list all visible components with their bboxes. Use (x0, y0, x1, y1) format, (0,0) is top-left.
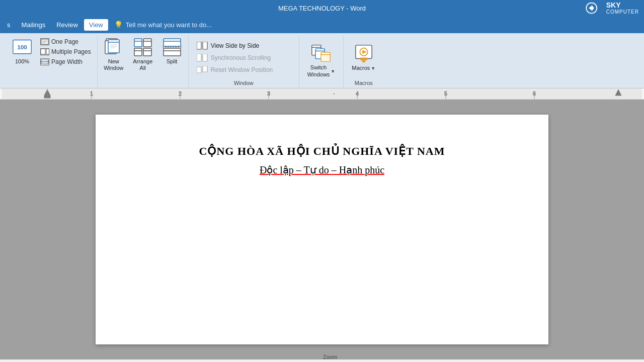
switch-windows-label: SwitchWindows (307, 64, 330, 77)
view-side-by-side-button[interactable]: View Side by Side (194, 40, 294, 51)
svg-rect-32 (203, 42, 207, 49)
synchronous-scrolling-icon (197, 54, 208, 62)
reset-window-position-label: Reset Window Position (211, 66, 273, 73)
svg-rect-24 (143, 48, 151, 56)
arrange-all-button[interactable]: ArrangeAll (129, 35, 157, 73)
multiple-pages-icon (40, 48, 49, 55)
split-label: Split (167, 58, 177, 65)
svg-rect-31 (197, 42, 201, 49)
document-section: NewWindow ArrangeAll (98, 35, 189, 88)
one-page-label: One Page (51, 38, 78, 45)
sky-name: SKY (606, 2, 639, 9)
switch-windows-arrow: ▼ (331, 69, 335, 74)
sky-logo-icon (585, 1, 603, 15)
reset-window-position-icon (197, 66, 208, 74)
svg-rect-8 (46, 49, 49, 54)
svg-rect-28 (164, 48, 181, 56)
arrange-all-icon (133, 38, 152, 57)
svg-rect-48 (362, 60, 365, 62)
document-page[interactable]: CỘNG HÒA XÃ HỘI CHỦ NGHĨA VIỆT NAM Độc l… (96, 115, 548, 344)
tell-me-bar[interactable]: 💡 Tell me what you want to do... (114, 21, 212, 29)
menu-item-review[interactable]: Review (51, 19, 83, 31)
menu-item-mailings[interactable]: Mailings (17, 19, 51, 31)
title-bar: MEGA TECHNOLOGY - Word SKY COMPUTER (0, 0, 644, 16)
reset-window-position-button[interactable]: Reset Window Position (194, 64, 294, 75)
page-width-icon (40, 58, 49, 65)
multiple-pages-label: Multiple Pages (51, 48, 91, 55)
svg-rect-33 (197, 54, 201, 61)
svg-rect-36 (197, 67, 201, 73)
menu-item-view[interactable]: View (84, 19, 108, 31)
svg-rect-37 (203, 66, 207, 72)
new-window-icon (104, 38, 123, 57)
multiple-pages-button[interactable]: Multiple Pages (38, 47, 93, 56)
ruler-svg: 1 2 3 · 4 5 6 (2, 88, 642, 100)
document-subtitle: Độc lập – Tự do – Hạnh phúc (136, 164, 508, 176)
zoom-icon: 100 (12, 36, 32, 58)
svg-text:·: · (334, 91, 335, 97)
document-title: CỘNG HÒA XÃ HỘI CHỦ NGHĨA VIỆT NAM (136, 145, 508, 158)
ribbon: 100 100% One Page Multi (0, 33, 644, 88)
synchronous-scrolling-label: Synchronous Scrolling (211, 54, 271, 61)
switch-windows-section: SwitchWindows ▼ (299, 35, 344, 88)
page-width-label: Page Width (51, 58, 83, 65)
ruler: 1 2 3 · 4 5 6 (0, 88, 644, 100)
macros-label: Macros (352, 65, 370, 71)
switch-windows-icon (311, 43, 331, 63)
tell-me-text: Tell me what you want to do... (126, 21, 212, 29)
logo-area: SKY COMPUTER (585, 1, 639, 15)
svg-rect-20 (143, 39, 151, 47)
svg-rect-34 (203, 54, 207, 61)
svg-rect-18 (134, 39, 142, 47)
lightbulb-icon: 💡 (114, 21, 123, 29)
svg-rect-49 (2, 88, 642, 100)
svg-rect-7 (41, 49, 45, 54)
zoom-button[interactable]: 100 100% (8, 35, 36, 67)
synchronous-scrolling-button[interactable]: Synchronous Scrolling (194, 52, 294, 63)
sky-sub: COMPUTER (606, 9, 639, 15)
window-section: View Side by Side Synchronous Scrolling (189, 35, 299, 88)
document-area: CỘNG HÒA XÃ HỘI CHỦ NGHĨA VIỆT NAM Độc l… (0, 100, 644, 359)
macros-icon (354, 44, 374, 64)
one-page-icon (40, 38, 49, 45)
split-button[interactable]: Split (158, 35, 186, 67)
view-side-by-side-icon (197, 42, 208, 50)
arrange-all-label: ArrangeAll (133, 58, 152, 71)
app-title: MEGA TECHNOLOGY - Word (278, 5, 366, 12)
window-section-label: Window (194, 80, 294, 86)
macros-section-label: Macros (355, 80, 373, 86)
view-side-by-side-label: View Side by Side (211, 42, 260, 49)
svg-rect-42 (321, 52, 330, 61)
zoom-section: 100 100% One Page Multi (4, 35, 98, 88)
svg-rect-47 (360, 58, 367, 61)
page-width-button[interactable]: Page Width (38, 57, 93, 66)
one-page-button[interactable]: One Page (38, 37, 93, 46)
zoom-section-label: Zoom (8, 354, 644, 360)
new-window-button[interactable]: NewWindow (100, 35, 128, 73)
svg-rect-26 (164, 39, 181, 46)
switch-windows-button[interactable]: SwitchWindows ▼ (303, 35, 340, 86)
macros-section: Macros ▼ Macros (344, 35, 383, 88)
macros-button[interactable]: Macros ▼ (348, 35, 379, 80)
new-window-label: NewWindow (104, 58, 123, 71)
macros-arrow: ▼ (371, 66, 375, 71)
svg-rect-22 (134, 48, 142, 56)
menu-bar: s Mailings Review View 💡 Tell me what yo… (0, 16, 644, 33)
zoom-value-label: 100% (15, 58, 29, 65)
menu-item-s[interactable]: s (2, 19, 16, 31)
svg-text:100: 100 (17, 44, 27, 51)
split-icon (163, 38, 182, 57)
